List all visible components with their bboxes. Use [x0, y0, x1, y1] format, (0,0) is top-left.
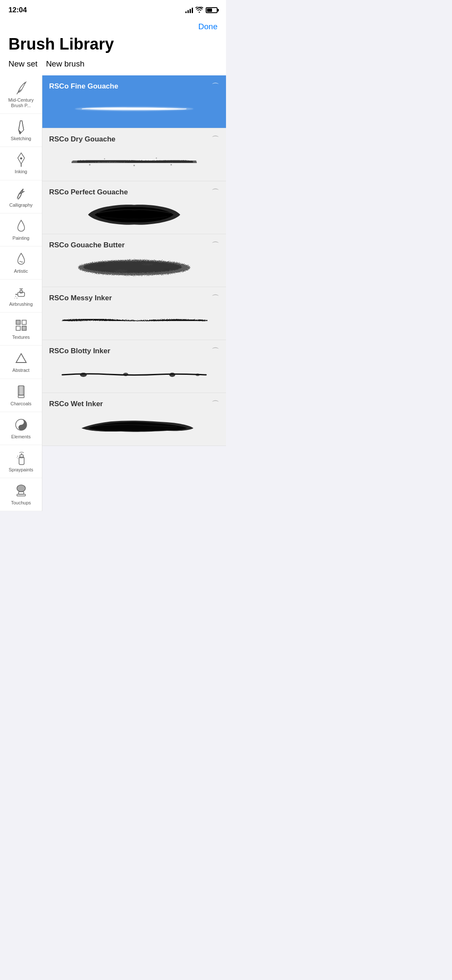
- sidebar-item-label: Textures: [12, 335, 30, 340]
- svg-point-46: [114, 269, 127, 272]
- action-buttons: New set New brush: [8, 59, 218, 69]
- svg-point-43: [83, 261, 182, 273]
- sidebar-item-airbrushing[interactable]: Airbrushing: [0, 280, 42, 313]
- brush-name: RSCo Fine Gouache: [49, 82, 118, 91]
- brush-name: RSCo Perfect Gouache: [49, 188, 128, 197]
- svg-point-45: [163, 268, 171, 270]
- sidebar-item-inking[interactable]: Inking: [0, 147, 42, 180]
- sidebar-item-label: Inking: [15, 169, 27, 174]
- sidebar-item-artistic[interactable]: Artistic: [0, 246, 42, 280]
- status-icons: [185, 7, 218, 14]
- svg-rect-18: [19, 386, 23, 395]
- brush-list: RSCo Fine Gouache ⌒: [42, 75, 226, 512]
- charcoal-icon: [16, 384, 27, 399]
- svg-rect-15: [16, 326, 20, 330]
- battery-icon: [206, 7, 218, 13]
- signal-icon: [185, 8, 193, 13]
- brush-name: RSCo Messy Inker: [49, 294, 112, 302]
- triangle-icon: [15, 351, 27, 366]
- pencil-icon: [15, 119, 27, 134]
- spray-icon: [15, 450, 27, 465]
- sidebar-item-spraypaints[interactable]: Spraypaints: [0, 445, 42, 478]
- sidebar-item-painting[interactable]: Painting: [0, 213, 42, 246]
- sidebar-item-elements[interactable]: Elements: [0, 412, 42, 445]
- brush-item-header: RSCo Messy Inker ⌒: [49, 293, 219, 303]
- new-brush-button[interactable]: New brush: [46, 59, 85, 69]
- sidebar-item-label: Airbrushing: [9, 302, 33, 307]
- airbrush-icon: [14, 285, 28, 300]
- sidebar-item-label: Touchups: [11, 500, 31, 506]
- done-button[interactable]: Done: [8, 20, 218, 36]
- svg-point-22: [20, 426, 22, 429]
- brush-arrow-icon: ⌒: [212, 240, 219, 250]
- brush-item-header: RSCo Dry Gouache ⌒: [49, 134, 219, 144]
- brush-arrow-icon: ⌒: [212, 293, 219, 303]
- calligraphy-icon: [15, 185, 28, 201]
- pen-nib-icon: [15, 152, 27, 167]
- svg-rect-30: [19, 492, 24, 494]
- drop-icon: [16, 219, 26, 234]
- sidebar-item-charcoals[interactable]: Charcoals: [0, 379, 42, 412]
- svg-point-10: [15, 296, 16, 297]
- sidebar-item-calligraphy[interactable]: Calligraphy: [0, 180, 42, 213]
- brush-arrow-icon: ⌒: [212, 134, 219, 144]
- svg-point-21: [20, 421, 22, 423]
- svg-rect-19: [18, 395, 24, 398]
- sidebar-item-label: Sketching: [11, 136, 31, 141]
- artistic-icon: [16, 252, 26, 267]
- svg-point-12: [14, 298, 15, 299]
- svg-point-38: [104, 158, 105, 159]
- sidebar-item-textures[interactable]: Textures: [0, 313, 42, 346]
- brush-item-blotty-inker[interactable]: RSCo Blotty Inker ⌒: [42, 340, 226, 393]
- svg-point-41: [171, 164, 172, 166]
- brush-name: RSCo Dry Gouache: [49, 135, 116, 144]
- svg-rect-13: [16, 320, 20, 324]
- brush-item-perfect-gouache[interactable]: RSCo Perfect Gouache ⌒: [42, 181, 226, 234]
- status-time: 12:04: [8, 6, 27, 14]
- sidebar-item-label: Spraypaints: [8, 467, 33, 473]
- feather-icon: [15, 80, 28, 96]
- svg-point-27: [17, 457, 17, 458]
- brush-preview: [49, 359, 219, 388]
- sidebar-item-label: Elements: [11, 434, 31, 440]
- brush-item-header: RSCo Blotty Inker ⌒: [49, 346, 219, 356]
- svg-point-44: [96, 264, 106, 266]
- sidebar-item-sketching[interactable]: Sketching: [0, 114, 42, 147]
- brush-name: RSCo Gouache Butter: [49, 241, 125, 249]
- sidebar-item-mid-century[interactable]: Mid-Century Brush P...: [0, 75, 42, 114]
- svg-point-7: [15, 294, 17, 295]
- brush-preview: [49, 253, 219, 282]
- svg-point-26: [17, 456, 18, 457]
- sidebar-item-label: Painting: [13, 235, 30, 241]
- svg-point-39: [133, 165, 135, 166]
- brush-item-header: RSCo Gouache Butter ⌒: [49, 240, 219, 250]
- brush-arrow-icon: ⌒: [212, 187, 219, 197]
- new-set-button[interactable]: New set: [8, 59, 38, 69]
- svg-rect-5: [20, 291, 22, 293]
- sidebar-item-label: Calligraphy: [9, 202, 33, 208]
- svg-point-50: [169, 373, 175, 377]
- brush-name: RSCo Blotty Inker: [49, 347, 110, 355]
- brush-item-wet-inker[interactable]: RSCo Wet Inker ⌒: [42, 393, 226, 446]
- brush-item-header: RSCo Wet Inker ⌒: [49, 399, 219, 409]
- sidebar-item-touchups[interactable]: Touchups: [0, 478, 42, 511]
- main-content: Mid-Century Brush P... Sketching: [0, 75, 226, 512]
- svg-point-29: [17, 485, 25, 492]
- brush-item-gouache-butter[interactable]: RSCo Gouache Butter ⌒: [42, 234, 226, 287]
- brush-preview: [49, 94, 219, 124]
- brush-arrow-icon: ⌒: [212, 399, 219, 409]
- brush-arrow-icon: ⌒: [212, 346, 219, 356]
- sidebar-item-abstract[interactable]: Abstract: [0, 346, 42, 379]
- brush-item-messy-inker[interactable]: RSCo Messy Inker ⌒: [42, 287, 226, 340]
- brush-arrow-icon: ⌒: [212, 81, 219, 91]
- sidebar-item-label: Mid-Century Brush P...: [3, 97, 39, 108]
- brush-preview: [49, 306, 219, 335]
- page-title: Brush Library: [8, 36, 218, 53]
- brush-item-dry-gouache[interactable]: RSCo Dry Gouache ⌒: [42, 128, 226, 181]
- svg-point-37: [89, 164, 91, 166]
- svg-rect-24: [20, 455, 23, 458]
- header-area: Done Brush Library New set New brush: [0, 17, 226, 75]
- yin-yang-icon: [15, 417, 28, 432]
- brush-item-fine-gouache[interactable]: RSCo Fine Gouache ⌒: [42, 75, 226, 128]
- svg-point-51: [196, 374, 200, 376]
